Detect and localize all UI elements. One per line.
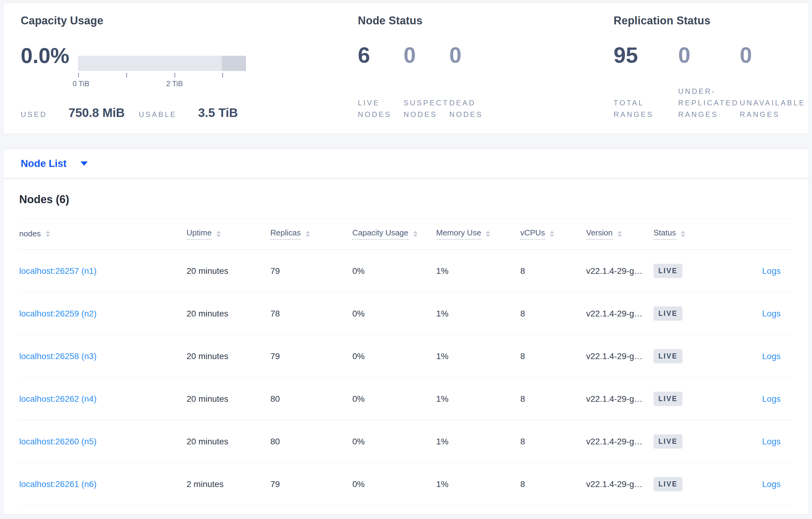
capacity-usage-title: Capacity Usage (21, 14, 103, 27)
vcpus-cell: 8 (520, 352, 586, 361)
nodes-panel: Nodes (6) nodes Uptime Replicas Capacity… (3, 179, 809, 515)
table-body: localhost:26257 (n1) 20 minutes 79 0% 1%… (19, 250, 793, 506)
unavailable-ranges-label: UNAVAILABLE RANGES (740, 97, 812, 120)
total-ranges-count: 95 (614, 43, 638, 67)
status-badge: LIVE (654, 306, 683, 321)
vcpus-cell: 8 (520, 437, 586, 447)
capacity-cell: 0% (352, 480, 436, 489)
node-link[interactable]: localhost:26262 (n4) (19, 394, 97, 403)
axis-tick (78, 73, 79, 78)
uptime-cell: 20 minutes (186, 352, 270, 361)
uptime-cell: 20 minutes (186, 437, 270, 447)
uptime-cell: 20 minutes (186, 309, 270, 318)
node-status-values: 6 0 0 (358, 43, 495, 67)
memory-cell: 1% (436, 266, 520, 276)
vcpus-cell: 8 (520, 394, 586, 404)
capacity-cell: 0% (352, 309, 436, 318)
node-status-labels: LIVE NODES SUSPECT NODES DEAD NODES (358, 97, 495, 120)
status-badge: LIVE (654, 392, 683, 406)
version-cell: v22.1.4-29-g… (586, 309, 654, 318)
node-list-dropdown-label[interactable]: Node List (21, 158, 66, 169)
vcpus-cell: 8 (520, 266, 586, 276)
table-header-row: nodes Uptime Replicas Capacity Usage Mem… (19, 218, 793, 250)
axis-tick (126, 73, 127, 78)
capacity-cell: 0% (352, 266, 436, 276)
logs-link[interactable]: Logs (762, 394, 781, 403)
logs-link[interactable]: Logs (762, 352, 781, 361)
status-badge: LIVE (654, 434, 683, 449)
sort-icon (306, 231, 310, 237)
nodes-table: nodes Uptime Replicas Capacity Usage Mem… (19, 218, 793, 506)
live-nodes-label: LIVE NODES (358, 97, 404, 120)
node-link[interactable]: localhost:26259 (n2) (19, 309, 97, 318)
capacity-bar-track (78, 56, 246, 71)
column-header-status[interactable]: Status (654, 228, 715, 240)
replicas-cell: 80 (270, 437, 352, 447)
replication-status-section: Replication Status 95 0 0 TOTAL RANGES U… (614, 14, 809, 120)
under-replicated-ranges-label: UNDER-REPLICATED RANGES (678, 86, 740, 120)
status-badge: LIVE (654, 349, 683, 363)
column-header-vcpus[interactable]: vCPUs (520, 228, 586, 240)
replicas-cell: 79 (270, 480, 352, 489)
logs-link[interactable]: Logs (762, 309, 781, 318)
sort-icon (617, 231, 622, 237)
memory-cell: 1% (436, 352, 520, 361)
cluster-overview-page: Capacity Usage 0.0% 0 TiB 2 TiB (0, 0, 812, 517)
replicas-cell: 80 (270, 394, 352, 404)
node-status-title: Node Status (358, 14, 423, 27)
node-link[interactable]: localhost:26257 (n1) (19, 266, 97, 276)
capacity-cell: 0% (352, 437, 436, 447)
node-link[interactable]: localhost:26258 (n3) (19, 352, 97, 361)
sort-icon (550, 231, 554, 237)
version-cell: v22.1.4-29-g… (586, 352, 654, 361)
capacity-usage-summary: USED 750.8 MiB USABLE 3.5 TiB (21, 106, 238, 120)
axis-tick-label: 2 TiB (166, 80, 183, 88)
version-cell: v22.1.4-29-g… (586, 394, 654, 404)
replicas-cell: 79 (270, 266, 352, 276)
sort-icon (413, 231, 417, 237)
capacity-axis: 0 TiB 2 TiB (78, 71, 246, 89)
axis-tick (174, 73, 175, 78)
suspect-nodes-label: SUSPECT NODES (404, 97, 449, 120)
column-header-version[interactable]: Version (586, 228, 654, 240)
column-header-memory-use[interactable]: Memory Use (436, 228, 520, 240)
status-badge: LIVE (654, 477, 683, 491)
column-header-uptime[interactable]: Uptime (186, 228, 270, 240)
logs-link[interactable]: Logs (762, 437, 781, 446)
overview-panel: Capacity Usage 0.0% 0 TiB 2 TiB (3, 2, 809, 134)
capacity-cell: 0% (352, 352, 436, 361)
memory-cell: 1% (436, 480, 520, 489)
dead-nodes-count: 0 (449, 43, 462, 67)
uptime-cell: 20 minutes (186, 266, 270, 276)
chevron-down-icon (81, 161, 88, 166)
replication-status-title: Replication Status (614, 14, 710, 27)
node-list-dropdown[interactable]: Node List (3, 149, 809, 178)
table-row: localhost:26258 (n3) 20 minutes 79 0% 1%… (19, 335, 793, 378)
logs-link[interactable]: Logs (762, 266, 781, 276)
sort-icon (216, 231, 221, 237)
replicas-cell: 78 (270, 309, 352, 318)
memory-cell: 1% (436, 437, 520, 447)
table-row: localhost:26259 (n2) 20 minutes 78 0% 1%… (19, 293, 793, 335)
sort-icon (681, 231, 685, 237)
capacity-usage-chart: 0.0% 0 TiB 2 TiB (21, 43, 246, 89)
sort-icon (46, 231, 50, 237)
node-link[interactable]: localhost:26260 (n5) (19, 437, 97, 446)
column-header-capacity-usage[interactable]: Capacity Usage (352, 228, 436, 240)
usable-label: USABLE (139, 109, 177, 120)
suspect-nodes-count: 0 (404, 43, 416, 67)
capacity-bar: 0 TiB 2 TiB (78, 56, 246, 89)
column-header-replicas[interactable]: Replicas (270, 228, 352, 240)
live-nodes-count: 6 (358, 43, 370, 67)
under-replicated-ranges-count: 0 (678, 43, 690, 67)
nodes-section-title: Nodes (6) (19, 193, 793, 206)
node-status-section: Node Status 6 0 0 LIVE NODES SUSPECT NOD… (358, 14, 589, 120)
logs-link[interactable]: Logs (762, 480, 781, 489)
table-row: localhost:26262 (n4) 20 minutes 80 0% 1%… (19, 378, 793, 420)
used-label: USED (21, 109, 47, 120)
column-header-nodes[interactable]: nodes (19, 229, 186, 239)
version-cell: v22.1.4-29-g… (586, 437, 654, 447)
node-link[interactable]: localhost:26261 (n6) (19, 480, 97, 489)
capacity-used-percent: 0.0% (21, 43, 69, 89)
axis-tick (222, 73, 223, 78)
